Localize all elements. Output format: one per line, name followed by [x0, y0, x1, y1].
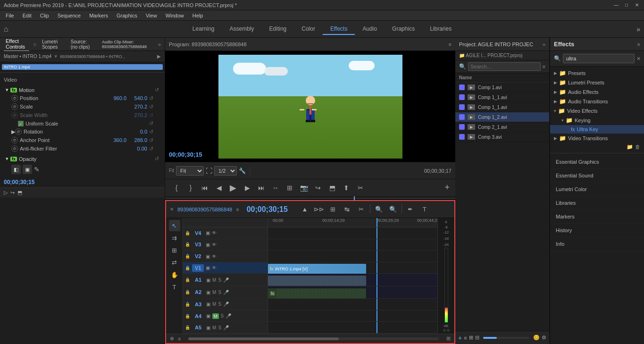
effects-clear-button[interactable]: ✕ — [636, 56, 641, 62]
home-button[interactable]: ⌂ — [4, 25, 8, 34]
close-button[interactable]: ✕ — [634, 2, 640, 8]
effects-lumetri-presets[interactable]: ▶ 📁 Lumetri Presets — [550, 78, 644, 87]
ratio-select[interactable]: 1/2 Full — [214, 166, 237, 176]
effects-audio-effects[interactable]: ▶ 📁 Audio Effects — [550, 87, 644, 97]
project-item-4[interactable]: ▶ Comp 2_1.avi — [455, 122, 549, 132]
v1-patch-icon[interactable]: ▣ — [206, 265, 210, 270]
position-y-value[interactable]: 540.0 — [128, 95, 147, 101]
scale-stopwatch-icon[interactable]: ⏱ — [11, 103, 18, 110]
hand-tool[interactable]: ✋ — [169, 269, 180, 280]
a1-m-btn[interactable]: M — [212, 277, 216, 283]
lock-v2[interactable]: 🔒 — [185, 254, 190, 259]
settings-icon[interactable]: ⚙ — [542, 335, 546, 341]
menu-markers[interactable]: Markers — [85, 12, 112, 19]
ec-play-to-out[interactable]: ▷ — [4, 190, 8, 196]
add-marker-button[interactable]: + — [444, 183, 450, 193]
lock-a2[interactable]: 🔒 — [185, 290, 190, 294]
effects-ultra-key[interactable]: fx Ultra Key — [550, 125, 644, 134]
full-screen-icon[interactable]: ⛶ — [206, 167, 212, 175]
lock-v3[interactable]: 🔒 — [185, 242, 190, 247]
list-view-btn[interactable]: ≡ — [464, 335, 467, 341]
type-tool[interactable]: T — [419, 204, 430, 215]
lock-a5[interactable]: 🔒 — [185, 325, 190, 330]
effects-search-input[interactable] — [563, 54, 635, 63]
timeline-menu-icon[interactable]: ≡ — [236, 207, 239, 212]
zoom-in-tool[interactable]: ⊞ — [169, 244, 180, 256]
go-to-in-button[interactable]: ⏮ — [199, 182, 210, 193]
v2-patch-icon[interactable]: ▣ — [206, 254, 210, 259]
a1-clip[interactable] — [268, 276, 366, 286]
mark-in-button[interactable]: { — [171, 182, 182, 193]
insert-button[interactable]: ↪ — [312, 182, 324, 193]
a5-s-btn[interactable]: S — [218, 325, 221, 330]
find-face-icon[interactable]: 😊 — [533, 335, 540, 341]
v3-patch-icon[interactable]: ▣ — [206, 242, 210, 247]
position-stopwatch-icon[interactable]: ⏱ — [11, 95, 18, 101]
ec-insert[interactable]: ↪ — [10, 190, 15, 196]
effects-video-transitions[interactable]: ▶ 📁 Video Transitions — [550, 134, 644, 143]
razor-tool[interactable]: ✂ — [356, 204, 367, 215]
tl-end-icon[interactable]: ⊞ — [446, 336, 451, 342]
a2-patch-icon[interactable]: ▣ — [206, 290, 210, 295]
fit-select[interactable]: Fit 25% 50% 100% — [176, 166, 204, 176]
rotation-value[interactable]: 0.0 — [128, 129, 147, 134]
lock-v4[interactable]: 🔒 — [185, 231, 190, 235]
opacity-mask-icon[interactable]: ▣ — [23, 165, 32, 174]
v1-eye-icon[interactable]: 👁 — [212, 265, 217, 270]
window-controls[interactable]: — □ ✕ — [613, 2, 640, 8]
safe-margins-button[interactable]: ⊞ — [284, 182, 295, 193]
minimize-button[interactable]: — — [613, 2, 619, 8]
anchor-stopwatch-icon[interactable]: ⏱ — [11, 137, 18, 143]
essential-graphics-item[interactable]: Essential Graphics — [550, 155, 644, 169]
effects-video-effects[interactable]: ▾ 📁 Video Effects — [550, 106, 644, 116]
menu-sequence[interactable]: Sequence — [54, 12, 85, 19]
motion-reset-icon[interactable]: ↺ — [155, 87, 159, 93]
tab-libraries[interactable]: Libraries — [422, 24, 459, 35]
a2-s-btn[interactable]: S — [218, 290, 221, 295]
essential-sound-item[interactable]: Essential Sound — [550, 169, 644, 183]
a4-m-btn-active[interactable]: M — [212, 313, 219, 319]
tab-learning[interactable]: Learning — [185, 24, 222, 35]
scale-value[interactable]: 270.2 — [128, 104, 147, 109]
anchor-reset[interactable]: ↺ — [149, 137, 153, 143]
ec-overwrite[interactable]: ⬒ — [17, 190, 22, 196]
menu-file[interactable]: File — [2, 12, 18, 19]
move-tool[interactable]: ↖ — [169, 220, 180, 231]
go-to-out-button[interactable]: ⏭ — [256, 182, 267, 193]
extract-button[interactable]: ✂ — [355, 182, 366, 193]
effects-menu-icon[interactable]: ≡ — [637, 42, 640, 47]
lock-a3[interactable]: 🔒 — [185, 302, 190, 307]
tl-settings-icon[interactable]: ≡ — [178, 336, 181, 342]
effects-keying[interactable]: ▾ 📁 Keying — [550, 116, 644, 125]
project-item-2[interactable]: ▶ Comp 1_1.avi — [455, 102, 549, 112]
play-button[interactable]: ▶ — [227, 182, 239, 193]
list-view-icon[interactable]: ≡ — [543, 64, 545, 69]
zoom-out-button[interactable]: 🔍 — [373, 204, 385, 215]
opacity-blend-icon[interactable]: ◧ — [11, 165, 21, 174]
link-tool[interactable]: ⇄ — [169, 257, 180, 268]
wrench-icon[interactable]: 🔧 — [239, 168, 246, 174]
tab-editing[interactable]: Editing — [262, 24, 294, 35]
libraries-item[interactable]: Libraries — [550, 196, 644, 210]
history-item[interactable]: History — [550, 224, 644, 237]
step-back-button[interactable]: ◀ — [213, 182, 225, 193]
uniform-scale-reset[interactable]: ↺ — [149, 120, 153, 126]
step-forward-button[interactable]: ▶ — [242, 182, 253, 193]
effects-audio-transitions[interactable]: ▶ 📁 Audio Transitions — [550, 97, 644, 106]
tab-lumetri-scopes[interactable]: Lumetri Scopes — [40, 38, 65, 50]
lock-v1[interactable]: 🔒 — [185, 266, 190, 270]
project-item-0[interactable]: ▶ Comp 1.avi — [455, 83, 549, 92]
menu-clip[interactable]: Clip — [36, 12, 53, 19]
a3-m-btn[interactable]: M — [212, 302, 216, 307]
text-tool-tl[interactable]: T — [169, 281, 180, 293]
project-search-input[interactable] — [468, 62, 541, 71]
zoom-in-button[interactable]: 🔍 — [387, 204, 399, 215]
opacity-header[interactable]: ▾ fx Opacity ↺ — [0, 155, 165, 163]
v1-clip[interactable]: fx INTRO 1.mp4 [V] — [268, 264, 366, 274]
tab-audio[interactable]: Audio — [355, 24, 385, 35]
lock-a4[interactable]: 🔒 — [185, 314, 190, 319]
a3-patch-icon[interactable]: ▣ — [206, 302, 210, 307]
v3-eye-icon[interactable]: 👁 — [212, 242, 217, 247]
markers-item[interactable]: Markers — [550, 210, 644, 224]
v4-eye-icon[interactable]: 👁 — [212, 230, 217, 235]
